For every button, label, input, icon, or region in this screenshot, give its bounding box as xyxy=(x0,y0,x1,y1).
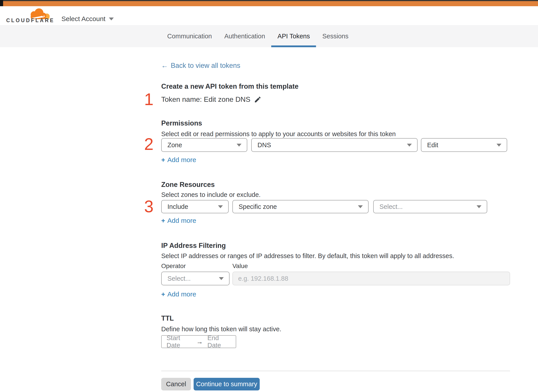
ttl-description: Define how long this token will stay act… xyxy=(161,326,281,333)
ip-filtering-heading: IP Address Filtering xyxy=(161,242,226,250)
account-selector-label: Select Account xyxy=(61,15,105,23)
cancel-button[interactable]: Cancel xyxy=(161,378,191,390)
permission-type-value: Zone xyxy=(168,141,182,149)
chevron-down-icon xyxy=(477,205,482,208)
add-more-label: Add more xyxy=(168,217,196,224)
back-link[interactable]: ← Back to view all tokens xyxy=(161,62,240,70)
add-more-label: Add more xyxy=(168,290,196,298)
permission-level-select[interactable]: Edit xyxy=(421,138,507,152)
back-arrow-icon: ← xyxy=(161,62,168,70)
template-heading: Create a new API token from this templat… xyxy=(161,83,299,90)
operator-label: Operator xyxy=(161,262,186,270)
edit-pencil-icon[interactable] xyxy=(254,96,262,103)
app-header: CLOUDFLARE Select Account xyxy=(0,6,538,25)
end-date-placeholder: End Date xyxy=(207,334,231,349)
permissions-description: Select edit or read permissions to apply… xyxy=(161,130,396,138)
chevron-down-icon xyxy=(496,144,501,147)
permission-level-value: Edit xyxy=(427,141,438,149)
zone-resources-add-more-link[interactable]: + Add more xyxy=(161,217,196,224)
permissions-add-more-link[interactable]: + Add more xyxy=(161,156,196,164)
plus-icon: + xyxy=(161,156,165,164)
ip-filtering-description: Select IP addresses or ranges of IP addr… xyxy=(161,252,454,260)
zone-include-value: Include xyxy=(168,203,188,210)
orange-accent-bar xyxy=(0,1,538,6)
token-name-line: Token name: Edit zone DNS xyxy=(161,95,262,103)
zone-scope-select[interactable]: Specific zone xyxy=(232,200,369,213)
permission-resource-select[interactable]: DNS xyxy=(251,138,418,152)
zone-resources-description: Select zones to include or exclude. xyxy=(161,191,261,198)
profile-tab-bar: Communication Authentication API Tokens … xyxy=(0,25,538,47)
chevron-down-icon xyxy=(219,277,224,280)
chevron-down-icon xyxy=(109,18,114,20)
tab-sessions[interactable]: Sessions xyxy=(322,25,348,47)
step-number-2: 2 xyxy=(144,136,160,153)
chevron-down-icon xyxy=(358,205,363,208)
tab-api-tokens[interactable]: API Tokens xyxy=(277,25,310,47)
plus-icon: + xyxy=(161,217,165,224)
zone-scope-value: Specific zone xyxy=(239,203,277,210)
window-corner-notch xyxy=(0,0,3,6)
tabs: Communication Authentication API Tokens … xyxy=(167,25,348,47)
ip-operator-placeholder: Select... xyxy=(168,275,191,282)
zone-name-placeholder: Select... xyxy=(379,203,403,210)
zone-name-select[interactable]: Select... xyxy=(373,200,487,213)
add-more-label: Add more xyxy=(168,156,196,164)
arrow-right-icon: → xyxy=(196,338,203,345)
value-label: Value xyxy=(232,262,248,270)
step-number-1: 1 xyxy=(144,91,160,108)
ttl-date-range-picker[interactable]: Start Date → End Date xyxy=(161,335,236,348)
permission-type-select[interactable]: Zone xyxy=(161,138,247,152)
tab-communication[interactable]: Communication xyxy=(167,25,212,47)
permission-resource-value: DNS xyxy=(257,141,271,149)
chevron-down-icon xyxy=(237,144,242,147)
back-link-label: Back to view all tokens xyxy=(171,62,240,70)
chevron-down-icon xyxy=(218,205,223,208)
tab-authentication[interactable]: Authentication xyxy=(224,25,265,47)
footer-divider xyxy=(161,371,510,371)
zone-include-select[interactable]: Include xyxy=(161,200,229,213)
token-name-text: Token name: Edit zone DNS xyxy=(161,95,250,103)
continue-to-summary-button[interactable]: Continue to summary xyxy=(194,378,260,390)
zone-resources-heading: Zone Resources xyxy=(161,181,215,189)
step-number-3: 3 xyxy=(144,198,160,215)
cloudflare-wordmark: CLOUDFLARE xyxy=(6,18,55,23)
ip-filtering-add-more-link[interactable]: + Add more xyxy=(161,290,196,298)
permissions-heading: Permissions xyxy=(161,119,202,127)
start-date-placeholder: Start Date xyxy=(167,334,192,349)
ip-operator-select[interactable]: Select... xyxy=(161,272,229,285)
plus-icon: + xyxy=(161,290,165,298)
chevron-down-icon xyxy=(407,144,412,147)
ttl-heading: TTL xyxy=(161,314,174,322)
cloudflare-logo[interactable]: CLOUDFLARE xyxy=(6,7,49,25)
account-selector[interactable]: Select Account xyxy=(61,15,114,23)
ip-value-input[interactable] xyxy=(232,272,510,285)
